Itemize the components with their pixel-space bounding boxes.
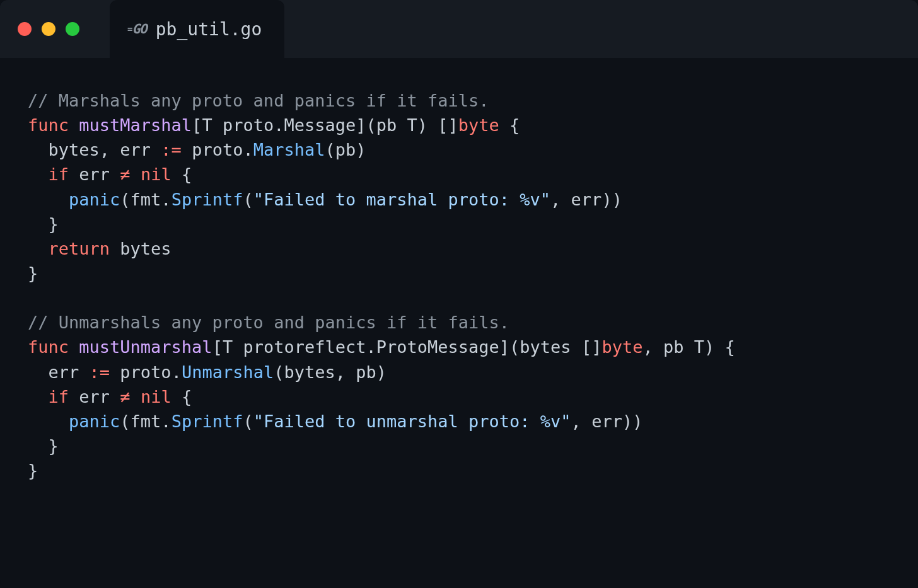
paren: ) — [356, 140, 366, 159]
bracket: [ — [212, 337, 223, 357]
func-name: mustMarshal — [79, 115, 192, 135]
minimize-icon[interactable] — [42, 22, 55, 36]
type-constraint: protoreflect.ProtoMessage — [243, 337, 499, 357]
assign-op: := — [161, 140, 182, 159]
paren: ) { — [704, 337, 735, 357]
type-byte: byte — [458, 115, 499, 135]
brace: } — [49, 436, 59, 456]
pkg: proto — [120, 362, 171, 382]
func-name: mustUnmarshal — [79, 337, 212, 357]
paren: ) [] — [417, 115, 458, 135]
paren: ( — [274, 362, 284, 382]
arg: pb — [356, 362, 376, 382]
var: bytes — [120, 239, 171, 258]
window-controls — [18, 22, 79, 36]
arg: err — [591, 412, 622, 431]
string-literal: "Failed to unmarshal proto: %v" — [253, 412, 571, 431]
comma: , — [571, 412, 592, 431]
method-call: Marshal — [253, 140, 325, 159]
paren: ( — [120, 190, 130, 209]
keyword-if: if — [49, 387, 69, 406]
close-icon[interactable] — [18, 22, 32, 36]
bracket: [ — [192, 115, 202, 135]
arg: err — [571, 190, 602, 209]
code-comment: // Unmarshals any proto and panics if it… — [28, 313, 509, 332]
panic-call: panic — [69, 190, 120, 209]
dot: . — [171, 362, 182, 382]
pkg: fmt — [131, 190, 161, 209]
editor-window: GO pb_util.go // Marshals any proto and … — [0, 0, 918, 588]
comma: , — [100, 140, 120, 159]
dot: . — [161, 412, 171, 431]
type-param: T — [202, 115, 212, 135]
comma: , — [550, 190, 571, 209]
assign-op: := — [90, 362, 110, 382]
brace: { — [171, 164, 192, 184]
paren: ( — [120, 412, 130, 431]
keyword-func: func — [28, 115, 69, 135]
arg: pb — [335, 140, 356, 159]
neq-op: ≠ — [120, 387, 130, 406]
param: pb — [376, 115, 397, 135]
dot: . — [243, 140, 253, 159]
var: err — [79, 387, 110, 406]
paren: ( — [325, 140, 335, 159]
arg: bytes — [284, 362, 335, 382]
var: err — [79, 164, 110, 184]
keyword-func: func — [28, 337, 69, 357]
keyword-nil: nil — [141, 164, 171, 184]
method-call: Sprintf — [171, 190, 243, 209]
param: bytes — [520, 337, 571, 357]
comma: , — [335, 362, 356, 382]
neq-op: ≠ — [120, 164, 130, 184]
var: err — [49, 362, 79, 382]
dot: . — [161, 190, 171, 209]
paren: )) — [622, 412, 643, 431]
code-comment: // Marshals any proto and panics if it f… — [28, 91, 489, 110]
type-constraint: proto.Message — [223, 115, 356, 135]
method-call: Unmarshal — [182, 362, 274, 382]
bracket: ]( — [356, 115, 376, 135]
brace: { — [171, 387, 192, 406]
pkg: proto — [192, 140, 243, 159]
bracket: ]( — [499, 337, 520, 357]
maximize-icon[interactable] — [66, 22, 79, 36]
code-editor[interactable]: // Marshals any proto and panics if it f… — [0, 58, 918, 513]
type-param: T — [223, 337, 233, 357]
comma: , — [642, 337, 663, 357]
var: bytes — [49, 140, 100, 159]
paren: ( — [243, 190, 253, 209]
method-call: Sprintf — [171, 412, 243, 431]
keyword-return: return — [49, 239, 110, 258]
go-language-icon: GO — [127, 21, 147, 37]
var: err — [120, 140, 151, 159]
slice: [] — [581, 337, 602, 357]
panic-call: panic — [69, 412, 120, 431]
paren: ) — [376, 362, 386, 382]
param-type: T — [407, 115, 417, 135]
type-byte: byte — [601, 337, 642, 357]
pkg: fmt — [131, 412, 161, 431]
titlebar: GO pb_util.go — [0, 0, 918, 58]
keyword-if: if — [49, 164, 69, 184]
paren: ( — [243, 412, 253, 431]
brace: } — [28, 263, 38, 283]
brace: } — [49, 214, 59, 234]
file-tab[interactable]: GO pb_util.go — [110, 0, 284, 58]
param: pb — [663, 337, 684, 357]
paren: )) — [601, 190, 622, 209]
param-type: T — [694, 337, 704, 357]
tab-filename: pb_util.go — [156, 19, 262, 40]
brace: { — [499, 115, 520, 135]
string-literal: "Failed to marshal proto: %v" — [253, 190, 550, 209]
brace: } — [28, 461, 38, 480]
keyword-nil: nil — [141, 387, 171, 406]
code-content: // Marshals any proto and panics if it f… — [28, 88, 890, 483]
